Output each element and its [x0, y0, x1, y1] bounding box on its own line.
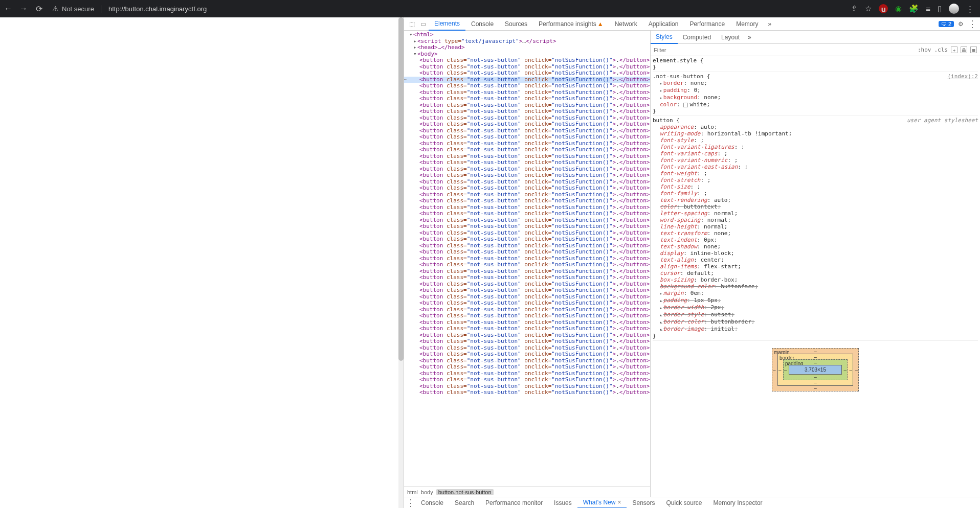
tab-computed[interactable]: Computed [678, 31, 716, 43]
not-secure-label: Not secure [62, 5, 94, 13]
devtools-menu-icon[interactable]: ⋮ [968, 19, 977, 29]
tab-network[interactable]: Network [609, 17, 643, 30]
drawer-tab-sensors[interactable]: Sensors [627, 497, 660, 508]
avatar[interactable] [949, 4, 959, 14]
tab-application[interactable]: Application [643, 17, 684, 30]
styles-filter-input[interactable] [651, 47, 918, 53]
reading-list-icon[interactable]: ≡ [926, 5, 930, 13]
breadcrumb: html body button.not-sus-button [404, 487, 650, 497]
not-secure-icon: ⚠ [52, 5, 59, 13]
url-separator: │ [99, 5, 103, 13]
dom-node-button[interactable]: <button class="not-sus-button" onclick="… [404, 389, 650, 396]
devtools-drawer: ⋮ Console Search Performance monitor Iss… [404, 497, 980, 508]
address-bar[interactable]: ⚠ Not secure │ http://button.chal.imagin… [52, 5, 207, 13]
inspect-element-icon[interactable]: ⬚ [406, 20, 417, 28]
box-model: margin––––border––––padding––––3.703×15 [772, 348, 859, 391]
drawer-tab-issues[interactable]: Issues [548, 497, 577, 508]
styles-panel: Styles Computed Layout » :hov .cls + 🖶 ▦… [651, 31, 980, 497]
tab-layout[interactable]: Layout [716, 31, 745, 43]
dom-tree[interactable]: ▾<html>▸<script type="text/javascript">…… [404, 31, 650, 487]
back-button[interactable]: ← [3, 4, 13, 13]
page-viewport[interactable] [0, 17, 404, 508]
crumb-body[interactable]: body [421, 489, 433, 495]
tab-sources[interactable]: Sources [499, 17, 533, 30]
toggle-computed-icon[interactable]: ▦ [970, 47, 977, 53]
forward-button[interactable]: → [18, 4, 29, 13]
styles-body[interactable]: element.style {}.not-sus-button {(index)… [651, 56, 980, 497]
tab-performance[interactable]: Performance [684, 17, 730, 30]
tabs-overflow-icon[interactable]: » [764, 20, 775, 28]
extension-icon[interactable]: ◉ [895, 4, 902, 13]
styles-tabs-overflow-icon[interactable]: » [745, 34, 754, 41]
tab-elements[interactable]: Elements [429, 18, 465, 31]
extensions-puzzle-icon[interactable]: 🧩 [909, 4, 919, 13]
drawer-tab-console[interactable]: Console [415, 497, 449, 508]
toolbar-actions: ⇪ ☆ u ◉ 🧩 ≡ ▯ ⋮ [851, 4, 974, 14]
new-style-rule-icon[interactable]: + [951, 47, 957, 53]
reload-button[interactable]: ⟳ [34, 4, 44, 14]
drawer-tab-whatsnew[interactable]: What's New× [577, 498, 627, 509]
drawer-tab-perfmon[interactable]: Performance monitor [480, 497, 548, 508]
devtools-settings-icon[interactable]: ⚙ [958, 20, 964, 28]
devtools-tabs: ⬚ ▭ Elements Console Sources Performance… [404, 17, 980, 31]
tab-console[interactable]: Console [465, 17, 499, 30]
ublock-icon[interactable]: u [879, 4, 888, 13]
browser-toolbar: ← → ⟳ ⚠ Not secure │ http://button.chal.… [0, 0, 980, 17]
crumb-html[interactable]: html [407, 489, 418, 495]
crumb-button[interactable]: button.not-sus-button [436, 489, 494, 495]
drawer-menu-icon[interactable]: ⋮ [406, 498, 415, 507]
page-scroll-thumb[interactable] [398, 17, 404, 361]
side-panel-icon[interactable]: ▯ [938, 4, 942, 13]
device-toolbar-icon[interactable]: ▭ [417, 20, 429, 28]
drawer-tab-meminspect[interactable]: Memory Inspector [708, 497, 768, 508]
styles-tabs: Styles Computed Layout » [651, 31, 980, 44]
cls-toggle[interactable]: .cls [934, 47, 948, 53]
chrome-menu-icon[interactable]: ⋮ [966, 5, 974, 13]
toggle-print-icon[interactable]: 🖶 [961, 47, 967, 53]
hov-toggle[interactable]: :hov [918, 47, 931, 53]
drawer-tab-search[interactable]: Search [449, 497, 480, 508]
warning-icon: ▲ [597, 20, 604, 28]
drawer-tab-quicksource[interactable]: Quick source [660, 497, 707, 508]
issues-badge[interactable]: 🗨 2 [939, 21, 954, 27]
devtools: ⬚ ▭ Elements Console Sources Performance… [404, 17, 980, 508]
tab-styles[interactable]: Styles [651, 31, 678, 44]
elements-panel: ▾<html>▸<script type="text/javascript">…… [404, 31, 651, 497]
page-scrollbar[interactable] [398, 17, 404, 508]
bookmark-icon[interactable]: ☆ [865, 4, 872, 13]
tab-memory[interactable]: Memory [730, 17, 764, 30]
tab-perf-insights[interactable]: Performance insights▲ [533, 17, 609, 30]
styles-filter-bar: :hov .cls + 🖶 ▦ [651, 44, 980, 56]
url-text: http://button.chal.imaginaryctf.org [108, 5, 207, 13]
close-icon[interactable]: × [617, 499, 621, 506]
share-icon[interactable]: ⇪ [851, 4, 858, 13]
